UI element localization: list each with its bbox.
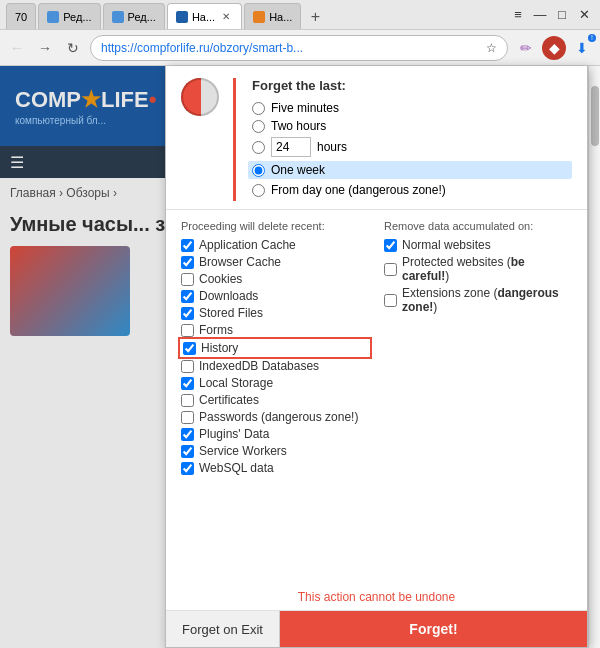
edit-icon[interactable]: ✏ — [514, 36, 538, 60]
check-certificates[interactable] — [181, 394, 194, 407]
label-from-day-one: From day one (dangerous zone!) — [271, 183, 446, 197]
modal-body: Proceeding will delete recent: Applicati… — [166, 210, 587, 586]
extensions-bold: dangerous zone! — [402, 286, 559, 314]
checkbox-protected-sites: Protected websites (be careful!) — [384, 255, 572, 283]
label-five-minutes: Five minutes — [271, 101, 339, 115]
radio-one-week[interactable] — [252, 164, 265, 177]
label-passwords: Passwords (dangerous zone!) — [199, 410, 358, 424]
tab-2[interactable]: Ред... — [38, 3, 100, 29]
toolbar-actions: ✏ ◆ ⬇ ! — [514, 36, 594, 60]
titlebar: 70 Ред... Ред... На... ✕ На... + ≡ — □ ✕ — [0, 0, 600, 30]
check-websql[interactable] — [181, 462, 194, 475]
protected-bold: be careful! — [402, 255, 525, 283]
check-passwords[interactable] — [181, 411, 194, 424]
label-downloads: Downloads — [199, 289, 258, 303]
option-custom-hours: hours — [252, 137, 572, 157]
checkbox-app-cache: Application Cache — [181, 238, 369, 252]
checkbox-certificates: Certificates — [181, 393, 369, 407]
tab-4-favicon — [176, 11, 188, 23]
address-bar[interactable]: https://compforlife.ru/obzory/smart-b...… — [90, 35, 508, 61]
remove-title: Remove data accumulated on: — [384, 220, 572, 232]
tab-5-favicon — [253, 11, 265, 23]
add-tab-button[interactable]: + — [303, 5, 327, 29]
check-protected-sites[interactable] — [384, 263, 397, 276]
label-certificates: Certificates — [199, 393, 259, 407]
check-downloads[interactable] — [181, 290, 194, 303]
tab-4-close[interactable]: ✕ — [219, 10, 233, 24]
label-extensions: Extensions zone (dangerous zone!) — [402, 286, 572, 314]
window-controls: ≡ — □ ✕ — [508, 5, 594, 25]
scrollbar-thumb[interactable] — [591, 86, 599, 146]
label-websql: WebSQL data — [199, 461, 274, 475]
menu-icon[interactable]: ≡ — [508, 5, 528, 25]
label-normal-sites: Normal websites — [402, 238, 491, 252]
tab-3-favicon — [112, 11, 124, 23]
radio-five-minutes[interactable] — [252, 102, 265, 115]
left-checkboxes: Proceeding will delete recent: Applicati… — [181, 220, 369, 576]
check-history[interactable] — [183, 342, 196, 355]
tab-4-label: На... — [192, 11, 215, 23]
option-from-day-one[interactable]: From day one (dangerous zone!) — [252, 183, 572, 197]
checkbox-websql: WebSQL data — [181, 461, 369, 475]
checkbox-service-workers: Service Workers — [181, 444, 369, 458]
label-service-workers: Service Workers — [199, 444, 287, 458]
minimize-button[interactable]: — — [530, 5, 550, 25]
radio-two-hours[interactable] — [252, 120, 265, 133]
address-text: https://compforlife.ru/obzory/smart-b... — [101, 41, 480, 55]
check-browser-cache[interactable] — [181, 256, 194, 269]
hours-input-field[interactable] — [271, 137, 311, 157]
reload-button[interactable]: ↻ — [62, 37, 84, 59]
label-browser-cache: Browser Cache — [199, 255, 281, 269]
browser-content: COMP★LIFE• компьютерный бл... ☰ Главная … — [0, 66, 600, 648]
radio-from-day-one[interactable] — [252, 184, 265, 197]
check-normal-sites[interactable] — [384, 239, 397, 252]
label-indexeddb: IndexedDB Databases — [199, 359, 319, 373]
checkbox-extensions: Extensions zone (dangerous zone!) — [384, 286, 572, 314]
checkbox-browser-cache: Browser Cache — [181, 255, 369, 269]
option-five-minutes[interactable]: Five minutes — [252, 101, 572, 115]
right-checkboxes: Remove data accumulated on: Normal websi… — [384, 220, 572, 576]
check-indexeddb[interactable] — [181, 360, 194, 373]
checkbox-passwords: Passwords (dangerous zone!) — [181, 410, 369, 424]
check-plugins-data[interactable] — [181, 428, 194, 441]
maximize-button[interactable]: □ — [552, 5, 572, 25]
scrollbar[interactable] — [588, 66, 600, 648]
check-forms[interactable] — [181, 324, 194, 337]
tab-3[interactable]: Ред... — [103, 3, 165, 29]
check-local-storage[interactable] — [181, 377, 194, 390]
back-button[interactable]: ← — [6, 37, 28, 59]
bookmark-icon[interactable]: ☆ — [486, 41, 497, 55]
tab-5-label: На... — [269, 11, 292, 23]
forget-modal: Forget the last: Five minutes Two hours … — [165, 66, 588, 648]
check-cookies[interactable] — [181, 273, 194, 286]
close-button[interactable]: ✕ — [574, 5, 594, 25]
label-two-hours: Two hours — [271, 119, 326, 133]
label-history: History — [201, 341, 238, 355]
proceeding-title: Proceeding will delete recent: — [181, 220, 369, 232]
checkbox-stored-files: Stored Files — [181, 306, 369, 320]
label-one-week: One week — [271, 163, 325, 177]
tab-5[interactable]: На... — [244, 3, 301, 29]
tab-1-label: 70 — [15, 11, 27, 23]
checkbox-plugins-data: Plugins' Data — [181, 427, 369, 441]
download-icon[interactable]: ⬇ ! — [570, 36, 594, 60]
option-one-week[interactable]: One week — [248, 161, 572, 179]
check-app-cache[interactable] — [181, 239, 194, 252]
check-service-workers[interactable] — [181, 445, 194, 458]
forget-on-exit-button[interactable]: Forget on Exit — [166, 611, 280, 647]
tab-4[interactable]: На... ✕ — [167, 3, 242, 29]
label-plugins-data: Plugins' Data — [199, 427, 269, 441]
forget-button[interactable]: Forget! — [280, 611, 587, 647]
forget-icon[interactable]: ◆ — [542, 36, 566, 60]
check-stored-files[interactable] — [181, 307, 194, 320]
check-extensions-zone[interactable] — [384, 294, 397, 307]
option-two-hours[interactable]: Two hours — [252, 119, 572, 133]
tab-3-label: Ред... — [128, 11, 156, 23]
tab-group: 70 Ред... Ред... На... ✕ На... + — [6, 0, 327, 29]
tab-2-label: Ред... — [63, 11, 91, 23]
warning-text: This action cannot be undone — [166, 586, 587, 610]
forward-button[interactable]: → — [34, 37, 56, 59]
checkbox-cookies: Cookies — [181, 272, 369, 286]
tab-1[interactable]: 70 — [6, 3, 36, 29]
radio-custom-hours[interactable] — [252, 141, 265, 154]
